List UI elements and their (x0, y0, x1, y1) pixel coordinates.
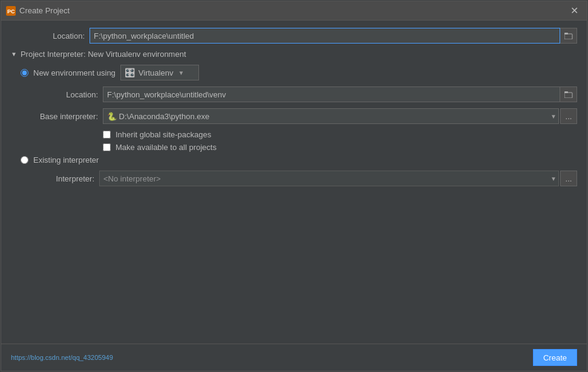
base-interpreter-select[interactable]: 🐍 D:\Anaconda3\python.exe (103, 108, 559, 124)
interpreter-select-label: Interpreter: (21, 174, 99, 183)
inherit-checkbox[interactable] (103, 131, 111, 139)
base-interpreter-dropdown-wrapper: 🐍 D:\Anaconda3\python.exe ▼ (103, 108, 559, 124)
interpreter-section-body: New environment using 🎛️ Virtualenv ▼ Lo… (21, 65, 577, 186)
footer-link[interactable]: https://blog.csdn.net/qq_43205949 (11, 354, 113, 361)
available-checkbox-row: Make available to all projects (103, 143, 577, 152)
available-label: Make available to all projects (116, 143, 217, 152)
dialog-title: Create Project (19, 6, 567, 15)
title-bar: PC Create Project ✕ (1, 1, 587, 21)
svg-rect-5 (564, 91, 568, 93)
new-environment-radio[interactable] (21, 69, 28, 77)
svg-text:PC: PC (7, 8, 15, 15)
dropdown-arrow-icon: ▼ (178, 70, 184, 76)
inherit-checkbox-row: Inherit global site-packages (103, 130, 577, 139)
location-browse-button[interactable] (560, 28, 577, 44)
virtualenv-dropdown[interactable]: 🎛️ Virtualenv ▼ (120, 65, 199, 80)
venv-location-wrapper (103, 86, 577, 102)
location-input[interactable] (90, 28, 560, 44)
top-location-row: Location: (11, 28, 577, 44)
venv-browse-button[interactable] (560, 86, 577, 102)
location-label: Location: (11, 31, 90, 41)
create-project-dialog: PC Create Project ✕ Location: ▼ Proj (1, 1, 587, 371)
svg-rect-4 (564, 93, 572, 98)
svg-rect-2 (564, 34, 572, 39)
location-input-wrapper (90, 28, 577, 44)
interpreter-select[interactable]: <No interpreter> (99, 171, 559, 186)
virtualenv-icon: 🎛️ (125, 68, 135, 77)
existing-interpreter-radio[interactable] (21, 156, 28, 164)
interpreter-section-header[interactable]: ▼ Project Interpreter: New Virtualenv en… (11, 50, 577, 59)
base-interpreter-label: Base interpreter: (30, 112, 103, 121)
existing-interpreter-section: Existing interpreter Interpreter: <No in… (21, 155, 577, 186)
inherit-label: Inherit global site-packages (116, 130, 211, 139)
venv-location-input[interactable] (103, 86, 560, 102)
interpreter-select-row: Interpreter: <No interpreter> ▼ ... (21, 171, 577, 186)
interpreter-browse-button[interactable]: ... (560, 171, 577, 186)
dialog-content: Location: ▼ Project Interpreter: New Vir… (1, 21, 587, 344)
virtualenv-dropdown-value: Virtualenv (139, 68, 174, 77)
existing-interpreter-row: Existing interpreter (21, 155, 577, 165)
interpreter-section-label: Project Interpreter: New Virtualenv envi… (21, 50, 186, 59)
app-icon: PC (6, 6, 16, 16)
base-interpreter-browse-button[interactable]: ... (560, 108, 577, 124)
dialog-footer: https://blog.csdn.net/qq_43205949 Create (1, 344, 587, 371)
new-environment-row: New environment using 🎛️ Virtualenv ▼ (21, 65, 577, 80)
available-checkbox[interactable] (103, 143, 111, 151)
close-button[interactable]: ✕ (567, 5, 582, 17)
new-environment-form: Location: Base interpreter: (30, 86, 577, 152)
collapse-triangle-icon: ▼ (11, 51, 17, 57)
interpreter-dropdown-wrapper: <No interpreter> ▼ (99, 171, 559, 186)
base-interpreter-row: Base interpreter: 🐍 D:\Anaconda3\python.… (30, 108, 577, 124)
create-button[interactable]: Create (533, 349, 577, 366)
svg-rect-3 (564, 33, 568, 34)
new-environment-label: New environment using (33, 68, 116, 77)
venv-location-row: Location: (30, 86, 577, 102)
venv-location-label: Location: (30, 90, 103, 99)
existing-interpreter-label: Existing interpreter (33, 155, 99, 165)
